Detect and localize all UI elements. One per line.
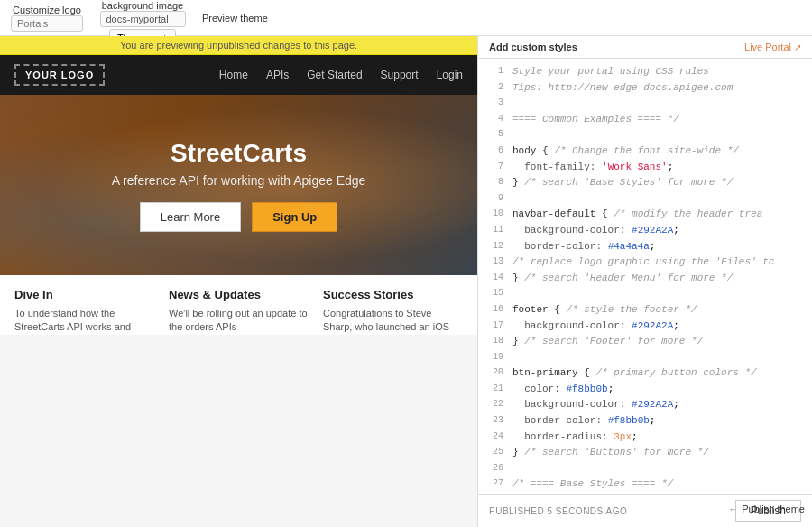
nav-link-apis[interactable]: APIs <box>266 69 289 81</box>
nav-link-get-started[interactable]: Get Started <box>307 69 362 81</box>
code-line-14: 14 } /* search 'Header Menu' for more */ <box>478 271 812 287</box>
customize-logo-section: Customize logo <box>11 5 83 32</box>
code-line-1: 1 Style your portal using CSS rules <box>478 64 812 80</box>
nav-link-login[interactable]: Login <box>437 69 463 81</box>
docs-input[interactable] <box>100 11 186 27</box>
hero-subtitle: A reference API for working with Apigee … <box>112 173 366 188</box>
code-editor[interactable]: 1 Style your portal using CSS rules 2 Ti… <box>478 59 812 494</box>
preview-theme-section: Preview theme <box>202 13 268 23</box>
preview-banner-text: You are previewing unpublished changes t… <box>120 40 357 51</box>
code-line-9: 9 <box>478 191 812 208</box>
learn-more-button[interactable]: Learn More <box>140 202 241 232</box>
publish-theme-arrow: ← <box>728 504 738 514</box>
code-line-10: 10 navbar-default { /* modify the header… <box>478 207 812 223</box>
code-line-12: 12 border-color: #4a4a4a; <box>478 239 812 255</box>
portal-cards: Dive In To understand how the StreetCart… <box>0 275 477 335</box>
code-line-26: 26 <box>478 461 812 477</box>
portal-hero: StreetCarts A reference API for working … <box>0 95 477 275</box>
card-success: Success Stories Congratulations to Steve… <box>323 288 463 335</box>
code-line-25: 25 } /* search 'Buttons' for more */ <box>478 445 812 461</box>
code-line-19: 19 <box>478 350 812 366</box>
portal-logo: YOUR LOGO <box>14 64 105 86</box>
code-pane-header: Add custom styles Live Portal ↗ <box>478 36 812 59</box>
code-line-21: 21 color: #f8bb0b; <box>478 382 812 398</box>
code-line-20: 20 btn-primary { /* primary button color… <box>478 365 812 382</box>
code-line-5: 5 <box>478 127 812 143</box>
add-custom-label: Add custom styles <box>489 42 577 52</box>
card-dive-in-text: To understand how the StreetCarts API wo… <box>14 307 154 335</box>
code-line-16: 16 footer { /* style the footer */ <box>478 302 812 319</box>
publish-theme-text: Publish theme <box>742 504 805 514</box>
published-label: PUBLISHED 5 SECONDS AGO <box>489 506 627 516</box>
code-line-6: 6 body { /* Change the font site-wide */ <box>478 143 812 160</box>
nav-link-support[interactable]: Support <box>381 69 419 81</box>
sign-up-button[interactable]: Sign Up <box>252 202 337 232</box>
code-line-13: 13 /* replace logo graphic using the 'Fi… <box>478 254 812 271</box>
portal-nav-links: Home APIs Get Started Support Login <box>219 69 463 81</box>
customize-bg-label: Customize background image <box>97 0 188 11</box>
code-line-15: 15 <box>478 286 812 302</box>
external-link-icon: ↗ <box>794 42 801 52</box>
card-news: News & Updates We'll be rolling out an u… <box>169 288 309 335</box>
live-portal-link[interactable]: Live Portal ↗ <box>744 42 801 52</box>
portals-input[interactable] <box>11 15 83 32</box>
card-news-title: News & Updates <box>169 288 309 301</box>
card-dive-in-title: Dive In <box>14 288 154 301</box>
code-line-4: 4 ==== Common Examples ==== */ <box>478 112 812 128</box>
card-dive-in: Dive In To understand how the StreetCart… <box>14 288 154 335</box>
code-line-17: 17 background-color: #292A2A; <box>478 319 812 335</box>
code-line-18: 18 } /* search 'Footer' for more */ <box>478 334 812 350</box>
code-line-22: 22 background-color: #292A2A; <box>478 397 812 413</box>
code-pane: Add custom styles Live Portal ↗ 1 Style … <box>478 36 812 527</box>
preview-banner: You are previewing unpublished changes t… <box>0 36 477 55</box>
code-line-11: 11 background-color: #292A2A; <box>478 223 812 239</box>
code-line-8: 8 } /* search 'Base Styles' for more */ <box>478 175 812 191</box>
preview-pane: You are previewing unpublished changes t… <box>0 36 478 527</box>
card-news-text: We'll be rolling out an update to the or… <box>169 307 309 335</box>
live-portal-text: Live Portal <box>744 42 791 52</box>
code-line-23: 23 border-color: #f8bb0b; <box>478 413 812 430</box>
code-line-7: 7 font-family: 'Work Sans'; <box>478 160 812 176</box>
card-success-text: Congratulations to Steve Sharp, who laun… <box>323 307 463 335</box>
preview-theme-label: Preview theme <box>202 13 268 23</box>
top-toolbar: Customize logo Customize background imag… <box>0 0 812 36</box>
card-success-title: Success Stories <box>323 288 463 301</box>
customize-logo-label: Customize logo <box>13 5 81 15</box>
portal-nav: YOUR LOGO Home APIs Get Started Support … <box>0 55 477 95</box>
nav-link-home[interactable]: Home <box>219 69 248 81</box>
code-line-24: 24 border-radius: 3px; <box>478 430 812 446</box>
code-line-2: 2 Tips: http://new-edge-docs.apigee.com <box>478 80 812 97</box>
hero-buttons: Learn More Sign Up <box>140 202 338 232</box>
code-line-27: 27 /* ==== Base Styles ==== */ <box>478 476 812 493</box>
code-line-3: 3 <box>478 96 812 112</box>
main-area: You are previewing unpublished changes t… <box>0 36 812 527</box>
publish-theme-annotation: ← Publish theme <box>728 504 805 514</box>
hero-title: StreetCarts <box>171 139 307 168</box>
